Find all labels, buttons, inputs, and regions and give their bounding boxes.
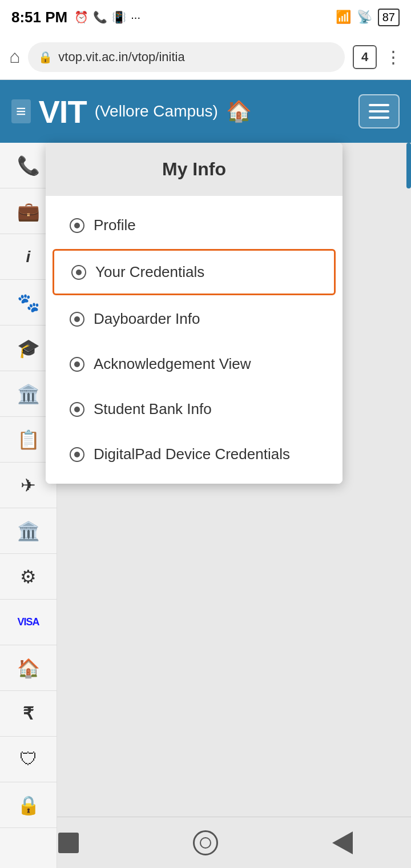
radio-acknowledgement	[70, 357, 84, 372]
nav-home-button[interactable]	[188, 826, 223, 860]
home-nav-icon	[193, 830, 218, 855]
bank1-icon: 🏛️	[17, 383, 40, 405]
sidebar-item-home[interactable]: 🏠	[0, 645, 57, 691]
dropdown-title: My Info	[162, 159, 226, 179]
sidebar-item-shield[interactable]: 🛡	[0, 737, 57, 782]
main-area: 📞 💼 i 🐾 🎓 🏛️ 📋 ✈ 🏛️ ⚙ VISA	[0, 143, 411, 868]
radio-profile	[70, 218, 84, 233]
dropdown-item-bankinfo[interactable]: Student Bank Info	[53, 388, 336, 431]
clipboard-icon: 📋	[17, 429, 40, 451]
sidebar-item-lock[interactable]: 🔒	[0, 782, 57, 828]
bank2-icon: 🏛️	[17, 520, 40, 542]
plane-icon: ✈	[21, 475, 36, 496]
more-icon: ···	[131, 11, 140, 24]
browser-home-icon[interactable]: ⌂	[9, 46, 20, 67]
dropdown-item-dayboarder[interactable]: Dayboarder Info	[53, 298, 336, 340]
signal-icon: 📶	[336, 10, 351, 25]
scroll-indicator	[406, 143, 411, 188]
dropdown-item-profile[interactable]: Profile	[53, 204, 336, 247]
wifi-icon: 📡	[357, 10, 372, 25]
vit-sidebar-icon[interactable]: ≡	[11, 99, 31, 123]
profile-label: Profile	[94, 216, 136, 234]
radio-credentials	[71, 265, 86, 280]
radio-inner-digitalpad	[74, 452, 80, 457]
dropdown-item-acknowledgement[interactable]: Acknowledgement View	[53, 343, 336, 385]
bankinfo-label: Student Bank Info	[94, 400, 212, 418]
radio-bankinfo	[70, 402, 84, 417]
digitalpad-label: DigitalPad Device Credentials	[94, 445, 290, 463]
vit-header: ≡ VIT (Vellore Campus) 🏠	[0, 80, 411, 143]
lock-icon: 🔒	[17, 794, 40, 816]
campus-name: (Vellore Campus)	[95, 102, 218, 120]
sidebar-item-rupee[interactable]: ₹	[0, 691, 57, 737]
dropdown-item-digitalpad[interactable]: DigitalPad Device Credentials	[53, 433, 336, 476]
visa-icon: VISA	[17, 616, 39, 628]
my-info-dropdown: My Info Profile Your Credentials	[46, 143, 342, 484]
radio-inner-dayboarder	[74, 316, 80, 322]
battery-indicator: 87	[378, 9, 400, 26]
hamburger-button[interactable]	[358, 94, 400, 128]
battery-level: 87	[382, 11, 395, 23]
url-bar[interactable]: 🔒 vtop.vit.ac.in/vtop/initia	[28, 42, 345, 72]
hamburger-line-3	[369, 116, 389, 119]
gear-icon: ⚙	[20, 566, 37, 588]
radio-digitalpad	[70, 447, 84, 462]
dropdown-items-list: Profile Your Credentials Dayboarder Info	[46, 196, 342, 484]
bottom-nav	[0, 817, 411, 868]
radio-inner-acknowledgement	[74, 361, 80, 367]
url-text: vtop.vit.ac.in/vtop/initia	[58, 50, 335, 65]
graduation-icon: 🎓	[17, 337, 40, 359]
vit-logo-text: VIT	[39, 93, 87, 130]
radio-inner-profile	[74, 223, 80, 228]
ssl-lock-icon: 🔒	[38, 50, 53, 64]
nav-back-button[interactable]	[325, 826, 360, 860]
home2-icon: 🏠	[17, 657, 40, 679]
hamburger-line-2	[369, 110, 389, 112]
dropdown-header: My Info	[46, 143, 342, 196]
radio-inner-bankinfo	[74, 407, 80, 412]
acknowledgement-label: Acknowledgement View	[94, 355, 251, 373]
status-right: 📶 📡 87	[336, 9, 400, 26]
paw-icon: 🐾	[17, 292, 40, 314]
sidebar-item-visa[interactable]: VISA	[0, 600, 57, 645]
status-icons: ⏰ 📞 📳 ···	[74, 10, 140, 24]
status-time: 8:51 PM	[11, 9, 67, 26]
home-icon[interactable]: 🏠	[226, 99, 252, 123]
dayboarder-label: Dayboarder Info	[94, 310, 200, 328]
rupee-icon: ₹	[23, 704, 34, 724]
sidebar-item-gear[interactable]: ⚙	[0, 554, 57, 600]
voicemail-icon: 📳	[112, 10, 126, 24]
browser-bar: ⌂ 🔒 vtop.vit.ac.in/vtop/initia 4 ⋮	[0, 34, 411, 80]
status-bar: 8:51 PM ⏰ 📞 📳 ··· 📶 📡 87	[0, 0, 411, 34]
shield-icon: 🛡	[19, 749, 38, 770]
radio-dayboarder	[70, 312, 84, 327]
phone-icon: 📞	[17, 155, 40, 176]
info-icon: i	[26, 248, 31, 266]
dropdown-item-credentials[interactable]: Your Credentials	[53, 249, 336, 295]
credentials-label: Your Credentials	[95, 263, 204, 281]
browser-menu-icon[interactable]: ⋮	[385, 47, 402, 67]
recents-icon	[58, 833, 79, 853]
radio-inner-credentials	[76, 270, 82, 275]
home-nav-inner	[200, 837, 211, 849]
content-area: My Info Profile Your Credentials	[57, 143, 411, 868]
briefcase-icon: 💼	[17, 200, 40, 222]
hamburger-line-1	[369, 104, 389, 106]
back-icon	[332, 831, 353, 854]
phone-call-icon: 📞	[93, 10, 107, 24]
tab-count[interactable]: 4	[353, 45, 377, 69]
sidebar-item-bank2[interactable]: 🏛️	[0, 508, 57, 554]
alarm-icon: ⏰	[74, 10, 88, 24]
